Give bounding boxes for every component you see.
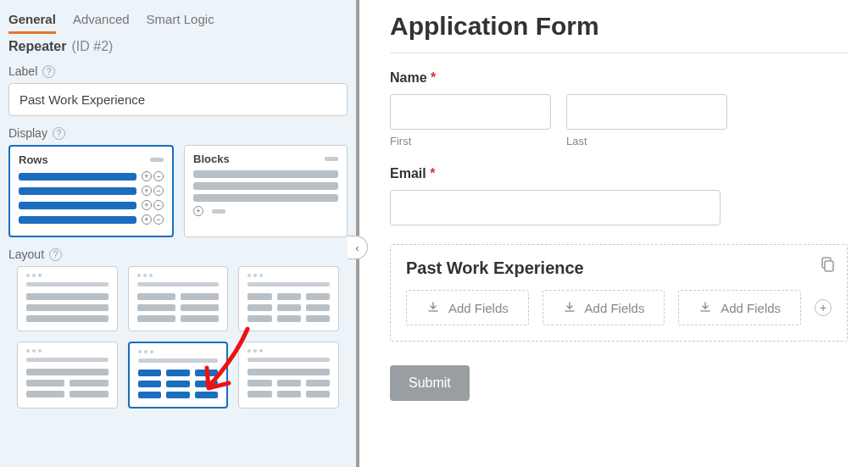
display-caption: Display <box>8 126 47 140</box>
label-input[interactable] <box>8 83 348 116</box>
display-blocks-label: Blocks <box>193 153 230 165</box>
display-option-blocks[interactable]: Blocks + <box>184 145 348 237</box>
layout-group: Layout ? <box>0 244 356 415</box>
collapse-bar-icon <box>150 158 164 162</box>
layout-caption: Layout <box>8 247 44 261</box>
layout-option-1col[interactable] <box>17 266 118 331</box>
field-type-name: Repeater <box>8 39 66 54</box>
duplicate-icon[interactable] <box>820 257 835 272</box>
name-field[interactable]: Name * First Last <box>390 70 848 147</box>
email-field[interactable]: Email * <box>390 166 848 225</box>
svg-rect-1 <box>825 261 833 271</box>
email-label: Email <box>390 166 426 181</box>
settings-tabs: General Advanced Smart Logic <box>0 0 356 34</box>
form-preview-panel: Application Form Name * First Last Email… <box>359 0 868 467</box>
label-caption: Label <box>8 64 37 78</box>
display-group: Display ? Rows +− +− +− +− Blocks <box>0 123 356 244</box>
field-id: (ID #2) <box>71 39 113 54</box>
form-title[interactable]: Application Form <box>390 0 848 53</box>
help-icon[interactable]: ? <box>53 127 65 140</box>
last-sublabel: Last <box>566 135 727 147</box>
first-name-input[interactable] <box>390 94 551 130</box>
layout-option-1-2[interactable] <box>17 342 118 409</box>
required-mark: * <box>430 166 435 181</box>
plus-icon: + <box>193 206 203 216</box>
add-fields-icon <box>698 301 712 314</box>
divider <box>390 53 848 53</box>
add-fields-slot[interactable]: Add Fields <box>678 290 801 325</box>
first-sublabel: First <box>390 135 551 147</box>
repeater-title: Past Work Experience <box>406 259 832 278</box>
add-row-button[interactable]: + <box>815 299 832 316</box>
display-option-rows[interactable]: Rows +− +− +− +− <box>8 145 174 237</box>
field-heading: Repeater (ID #2) <box>0 34 356 61</box>
email-input[interactable] <box>390 190 721 225</box>
required-mark: * <box>431 70 436 85</box>
add-fields-label: Add Fields <box>448 301 509 315</box>
tab-general[interactable]: General <box>8 8 56 34</box>
minus-icon: − <box>153 171 164 181</box>
layout-option-3col[interactable] <box>238 266 339 331</box>
layout-option-2col[interactable] <box>128 266 229 331</box>
add-fields-icon <box>426 301 440 314</box>
layout-option-3col-alt[interactable] <box>128 342 229 409</box>
add-fields-label: Add Fields <box>721 301 781 315</box>
display-rows-label: Rows <box>19 153 48 166</box>
add-fields-slot[interactable]: Add Fields <box>542 290 665 325</box>
collapse-bar-icon <box>325 157 338 161</box>
repeater-field-block[interactable]: Past Work Experience Add Fields Add Fiel… <box>390 244 848 342</box>
add-fields-slot[interactable]: Add Fields <box>406 290 529 325</box>
help-icon[interactable]: ? <box>49 248 62 261</box>
plus-icon: + <box>142 171 152 181</box>
submit-button[interactable]: Submit <box>390 365 470 401</box>
layout-option-1-3[interactable] <box>238 342 339 409</box>
tab-advanced[interactable]: Advanced <box>73 8 130 34</box>
last-name-input[interactable] <box>566 94 727 130</box>
name-label: Name <box>390 70 427 85</box>
field-settings-panel: General Advanced Smart Logic Repeater (I… <box>0 0 359 467</box>
help-icon[interactable]: ? <box>42 65 55 78</box>
add-fields-icon <box>563 301 576 314</box>
tab-smart-logic[interactable]: Smart Logic <box>147 8 214 34</box>
add-fields-label: Add Fields <box>585 301 645 315</box>
label-group: Label ? <box>0 61 356 123</box>
